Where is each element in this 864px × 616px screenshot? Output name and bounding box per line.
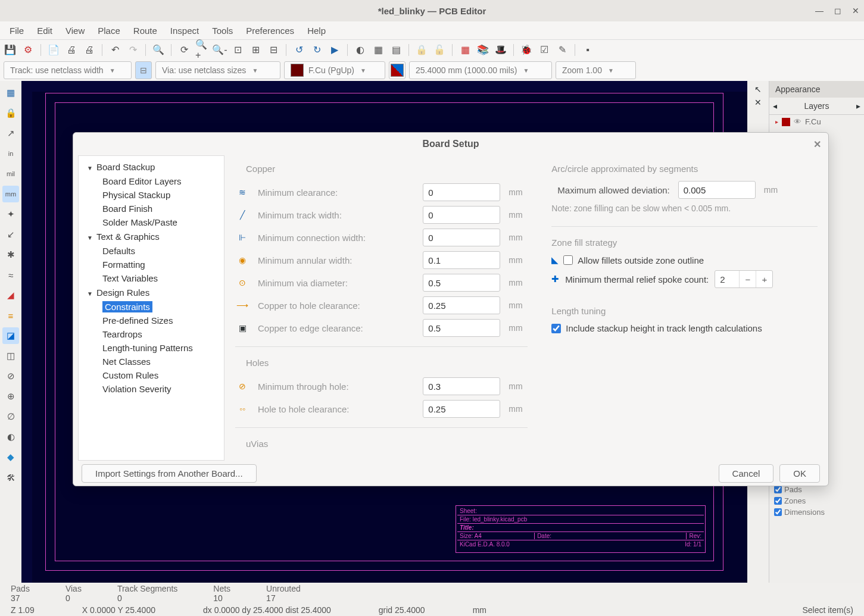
rotate-cw-icon[interactable]: ↻ <box>310 43 323 57</box>
cancel-button[interactable]: Cancel <box>719 464 774 483</box>
min-through-hole-input[interactable] <box>423 377 500 395</box>
nav-group-design-rules[interactable]: ▼Design Rules <box>79 285 224 300</box>
track-outline-icon[interactable]: ∅ <box>2 408 19 425</box>
import-settings-button[interactable]: Import Settings from Another Board... <box>82 464 257 483</box>
cleanup-icon[interactable]: ✎ <box>556 43 569 57</box>
zoom-out-icon[interactable]: 🔍- <box>213 43 226 57</box>
plot-icon[interactable]: 🖨 <box>83 43 96 57</box>
min-track-input[interactable] <box>423 206 500 224</box>
chk-dimensions[interactable] <box>774 508 782 516</box>
spoke-decrement[interactable]: − <box>739 271 756 287</box>
nav-length-tuning[interactable]: Length-tuning Patterns <box>79 341 224 355</box>
menu-route[interactable]: Route <box>127 23 163 38</box>
pad-outline-icon[interactable]: ⊘ <box>2 368 19 384</box>
nav-board-editor-layers[interactable]: Board Editor Layers <box>79 174 224 188</box>
rotate-ccw-icon[interactable]: ↺ <box>292 43 305 57</box>
layers-tab[interactable]: Layers <box>781 98 853 114</box>
redo-icon[interactable]: ↷ <box>126 43 139 57</box>
min-connection-input[interactable] <box>423 229 500 246</box>
lock-icon[interactable]: 🔒 <box>415 43 428 57</box>
unlock-icon[interactable]: 🔓 <box>433 43 446 57</box>
zone-fill-icon[interactable]: ◪ <box>2 327 19 344</box>
grid-tool-icon[interactable]: ▦ <box>2 85 19 101</box>
nav-group-text[interactable]: ▼Text & Graphics <box>79 229 224 244</box>
spoke-increment[interactable]: + <box>756 271 772 287</box>
zoom-fit-icon[interactable]: ⊡ <box>231 43 244 57</box>
zoom-in-icon[interactable]: 🔍+ <box>195 43 208 57</box>
via-size-dropdown[interactable]: Via: use netclass sizes▼ <box>155 61 280 79</box>
min-via-input[interactable] <box>423 274 500 292</box>
outline-zones-icon[interactable]: ◢ <box>2 287 19 304</box>
ratsnest-icon[interactable]: ✱ <box>2 246 19 263</box>
close-icon[interactable]: ✕ <box>852 6 859 15</box>
expand-icon[interactable]: ▸ <box>775 118 778 125</box>
scripting-icon[interactable]: ▪ <box>581 43 594 57</box>
nav-text-vars[interactable]: Text Variables <box>79 271 224 285</box>
library-icon[interactable]: 📚 <box>476 43 489 57</box>
min-annular-input[interactable] <box>423 251 500 269</box>
layer-pair-button[interactable] <box>389 61 406 79</box>
track-width-dropdown[interactable]: Track: use netclass width▼ <box>4 61 132 79</box>
nav-formatting[interactable]: Formatting <box>79 258 224 271</box>
chk-zones[interactable] <box>774 497 782 505</box>
cursor-small-icon[interactable]: ↙ <box>2 226 19 243</box>
auto-track-toggle[interactable]: ⊟ <box>135 61 152 79</box>
grid-dropdown[interactable]: 25.4000 mm (1000.00 mils)▼ <box>409 61 552 79</box>
dialog-close-icon[interactable]: ✕ <box>813 139 821 150</box>
maximize-icon[interactable]: ◻ <box>834 6 841 15</box>
ungroup-icon[interactable]: ▤ <box>389 43 403 57</box>
undo-icon[interactable]: ↶ <box>108 43 121 57</box>
nav-defaults[interactable]: Defaults <box>79 244 224 258</box>
menu-tools[interactable]: Tools <box>206 23 239 38</box>
layer-row[interactable]: ▸ 👁 F.Cu <box>769 115 864 129</box>
via-outline-icon[interactable]: ⊕ <box>2 388 19 405</box>
save-icon[interactable]: 💾 <box>4 43 17 57</box>
menu-place[interactable]: Place <box>92 23 126 38</box>
mm-tool-icon[interactable]: mm <box>2 186 19 202</box>
group-icon[interactable]: ▦ <box>372 43 385 57</box>
refresh-icon[interactable]: ⟳ <box>177 43 191 57</box>
cu-hole-input[interactable] <box>423 296 500 314</box>
menu-file[interactable]: File <box>4 23 30 38</box>
cu-edge-input[interactable] <box>423 319 500 337</box>
menu-help[interactable]: Help <box>301 23 332 38</box>
select-tool-icon[interactable]: ↖ <box>754 85 762 94</box>
contrast-icon[interactable]: ◐ <box>2 429 19 445</box>
hole-to-hole-input[interactable] <box>423 400 500 418</box>
mils-tool-icon[interactable]: mil <box>2 165 19 182</box>
settings-tool-icon[interactable]: 🛠 <box>2 469 19 486</box>
tab-scroll-left[interactable]: ◂ <box>769 98 781 114</box>
include-stackup-checkbox[interactable] <box>551 324 561 333</box>
fp-editor-icon[interactable]: ▦ <box>458 43 472 57</box>
allow-fillets-checkbox[interactable] <box>563 255 573 265</box>
tab-scroll-right[interactable]: ▸ <box>853 98 864 114</box>
nav-violation-severity[interactable]: Violation Severity <box>79 382 224 396</box>
polar-tool-icon[interactable]: ↗ <box>2 125 19 142</box>
zoom-sel-icon[interactable]: ⊟ <box>267 43 280 57</box>
drc-icon[interactable]: 🐞 <box>520 43 533 57</box>
3d-icon[interactable]: 🎩 <box>494 43 507 57</box>
nav-net-classes[interactable]: Net Classes <box>79 355 224 368</box>
nav-teardrops[interactable]: Teardrops <box>79 327 224 341</box>
zoom-dropdown[interactable]: Zoom 1.00▼ <box>556 61 636 79</box>
menu-view[interactable]: View <box>60 23 91 38</box>
nav-board-finish[interactable]: Board Finish <box>79 202 224 215</box>
flip-icon[interactable]: ◐ <box>354 43 367 57</box>
cursor-full-icon[interactable]: ✦ <box>2 206 19 223</box>
eye-icon[interactable]: 👁 <box>794 117 801 126</box>
net-highlight-icon[interactable]: ≡ <box>2 307 19 324</box>
layer-dropdown[interactable]: F.Cu (PgUp)▼ <box>284 61 385 79</box>
layers-mgr-icon[interactable]: ◆ <box>2 449 19 465</box>
nav-physical-stackup[interactable]: Physical Stackup <box>79 188 224 202</box>
zone-outline-icon[interactable]: ◫ <box>2 348 19 364</box>
board-setup-icon[interactable]: ⚙ <box>21 43 35 57</box>
layer-color-swatch[interactable] <box>782 118 790 126</box>
zoom-obj-icon[interactable]: ⊞ <box>249 43 262 57</box>
nav-constraints[interactable]: Constraints <box>79 300 224 314</box>
lock-tool-icon[interactable]: 🔒 <box>2 105 19 121</box>
page-settings-icon[interactable]: 📄 <box>47 43 60 57</box>
curved-rats-icon[interactable]: ≈ <box>2 267 19 283</box>
max-deviation-input[interactable] <box>678 181 756 199</box>
menu-preferences[interactable]: Preferences <box>240 23 300 38</box>
mirror-v-icon[interactable]: ▶ <box>328 43 341 57</box>
